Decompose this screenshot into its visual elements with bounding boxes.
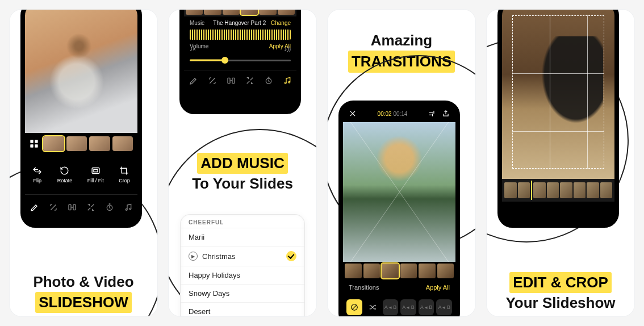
- music-icon[interactable]: [124, 203, 133, 212]
- list-item[interactable]: Marii: [181, 228, 304, 246]
- caption-highlight: TRANSITIONS: [348, 51, 455, 72]
- shuffle-button[interactable]: [365, 299, 380, 315]
- music-label: Music: [190, 20, 204, 26]
- transition-option-button[interactable]: A ◂ B: [419, 299, 434, 315]
- change-music-button[interactable]: Change: [271, 20, 291, 26]
- svg-rect-5: [94, 169, 98, 172]
- flip-button[interactable]: Flip: [32, 166, 42, 183]
- thumb[interactable]: [241, 9, 258, 15]
- rotate-button[interactable]: Rotate: [57, 166, 73, 183]
- music-category-header: CHEERFUL: [181, 215, 304, 228]
- track-name: Marii: [189, 233, 204, 241]
- crop-icon: [119, 166, 129, 175]
- thumb[interactable]: [89, 136, 110, 151]
- close-icon[interactable]: [349, 110, 357, 118]
- thumb[interactable]: [186, 9, 203, 15]
- thumb[interactable]: [345, 264, 362, 278]
- thumb[interactable]: [259, 9, 276, 15]
- total-time: 00:14: [393, 111, 407, 117]
- list-item[interactable]: Desert: [181, 302, 304, 317]
- thumb[interactable]: [112, 136, 133, 151]
- thumbnail-strip: [25, 133, 137, 154]
- frame: [587, 182, 599, 198]
- thumb[interactable]: [400, 264, 417, 278]
- thumb[interactable]: [223, 9, 240, 15]
- frame: [600, 182, 613, 198]
- caption-line1: Amazing: [328, 30, 475, 51]
- frame: [533, 182, 546, 198]
- svg-rect-11: [228, 78, 230, 83]
- frame: [504, 182, 517, 198]
- caption-highlight: ADD MUSIC: [197, 153, 287, 174]
- grid-icon[interactable]: [30, 139, 39, 148]
- list-item[interactable]: Snowy Days: [181, 284, 304, 302]
- pen-icon[interactable]: [30, 203, 39, 212]
- transition-icon[interactable]: [227, 76, 236, 85]
- svg-point-14: [285, 82, 286, 83]
- fillfit-icon: [91, 166, 101, 175]
- list-item[interactable]: ▶Christmas: [181, 246, 304, 266]
- thumb[interactable]: [419, 264, 436, 278]
- crop-preview[interactable]: [502, 9, 614, 179]
- music-icon[interactable]: [283, 76, 292, 85]
- transition-option-button[interactable]: A ◂ B: [383, 299, 399, 315]
- caption-highlight: EDIT & CROP: [509, 272, 612, 293]
- bottom-icon-row: [25, 194, 137, 219]
- grid-line: [587, 15, 588, 169]
- track-name: Christmas: [202, 252, 236, 261]
- shuffle-icon: [369, 303, 377, 311]
- pen-icon[interactable]: [189, 76, 198, 85]
- play-icon[interactable]: ▶: [189, 252, 198, 261]
- timer-icon[interactable]: [105, 203, 114, 212]
- phone-mockup: Flip Rotate Fill / Fit Crop: [20, 9, 142, 228]
- flip-icon: [32, 166, 42, 175]
- bottom-icon-row: [184, 70, 296, 90]
- list-item[interactable]: Happy Holidays: [181, 266, 304, 284]
- transition-none-button[interactable]: [346, 299, 362, 315]
- settings-icon[interactable]: [428, 110, 436, 118]
- thumb[interactable]: [204, 9, 221, 15]
- rotate-icon: [60, 166, 69, 175]
- transition-option-button[interactable]: A ◂ B: [400, 299, 416, 315]
- svg-rect-1: [35, 140, 37, 143]
- thumb[interactable]: [437, 264, 454, 278]
- promo-card-slideshow: Flip Rotate Fill / Fit Crop: [9, 9, 158, 317]
- apply-all-button[interactable]: Apply All: [426, 284, 450, 291]
- transition-buttons: A ◂ B A ◂ B A ◂ B A ◂ B: [343, 295, 455, 317]
- audio-waveform[interactable]: [190, 30, 291, 40]
- svg-rect-6: [69, 204, 71, 210]
- thumb[interactable]: [363, 264, 380, 278]
- thumb[interactable]: [278, 9, 295, 15]
- thumb[interactable]: [66, 136, 87, 151]
- selected-check-icon: [286, 251, 296, 261]
- crop-button[interactable]: Crop: [119, 166, 130, 183]
- adjust-icon[interactable]: [245, 76, 254, 85]
- frame: [518, 182, 530, 198]
- track-name: Happy Holidays: [189, 271, 240, 279]
- timeline-playhead[interactable]: [531, 181, 532, 200]
- adjust-icon[interactable]: [86, 203, 95, 212]
- video-timeline[interactable]: [502, 179, 614, 202]
- frame: [560, 182, 572, 198]
- wand-icon[interactable]: [49, 203, 58, 212]
- thumb[interactable]: [43, 136, 64, 151]
- top-bar: 00:02 00:14: [343, 105, 455, 122]
- caption: Photo & Video SLIDESHOW: [10, 272, 157, 313]
- svg-rect-4: [92, 168, 99, 173]
- share-icon[interactable]: [442, 110, 450, 118]
- svg-rect-2: [30, 144, 33, 147]
- rotate-label: Rotate: [57, 178, 73, 183]
- track-name: Desert: [189, 307, 210, 316]
- transition-option-button[interactable]: A ◂ B: [436, 299, 452, 315]
- volume-slider[interactable]: ♪× ♪)): [190, 54, 291, 66]
- timer-icon[interactable]: [264, 76, 273, 85]
- fillfit-button[interactable]: Fill / Fit: [87, 166, 104, 183]
- grid-line: [512, 131, 604, 132]
- wand-icon[interactable]: [208, 76, 217, 85]
- thumb[interactable]: [382, 264, 399, 278]
- volume-knob[interactable]: [221, 57, 228, 64]
- promo-card-transitions: Amazing TRANSITIONS 00:02 00:14: [327, 9, 476, 317]
- transition-icon[interactable]: [68, 203, 77, 212]
- svg-point-9: [126, 208, 127, 210]
- caption-line2: To Your Slides: [169, 174, 316, 194]
